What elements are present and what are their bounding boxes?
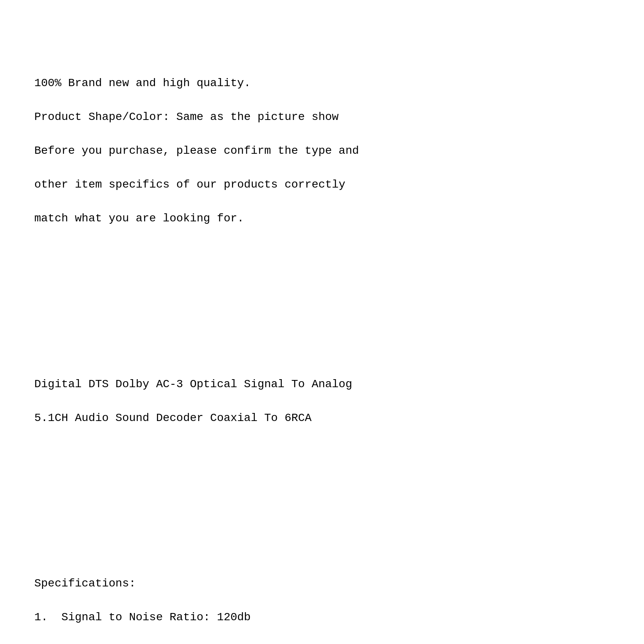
intro-line1: 100% Brand new and high quality. bbox=[34, 77, 251, 89]
intro-line4: other item specifics of our products cor… bbox=[34, 178, 345, 191]
product-title-line2: 5.1CH Audio Sound Decoder Coaxial To 6RC… bbox=[34, 412, 312, 424]
intro-paragraph: 100% Brand new and high quality. Product… bbox=[7, 58, 637, 244]
spec-item-1: 1. Signal to Noise Ratio: 120db bbox=[34, 611, 251, 623]
product-title-paragraph: Digital DTS Dolby AC-3 Optical Signal To… bbox=[7, 359, 637, 444]
intro-line5: match what you are looking for. bbox=[34, 212, 244, 225]
intro-line3: Before you purchase, please confirm the … bbox=[34, 144, 359, 157]
specifications-heading: Specifications: bbox=[34, 577, 136, 590]
intro-line2: Product Shape/Color: Same as the picture… bbox=[34, 111, 339, 123]
page-content: 100% Brand new and high quality. Product… bbox=[7, 7, 637, 644]
product-title-line1: Digital DTS Dolby AC-3 Optical Signal To… bbox=[34, 378, 352, 390]
specifications-paragraph: Specifications: 1. Signal to Noise Ratio… bbox=[7, 558, 637, 644]
